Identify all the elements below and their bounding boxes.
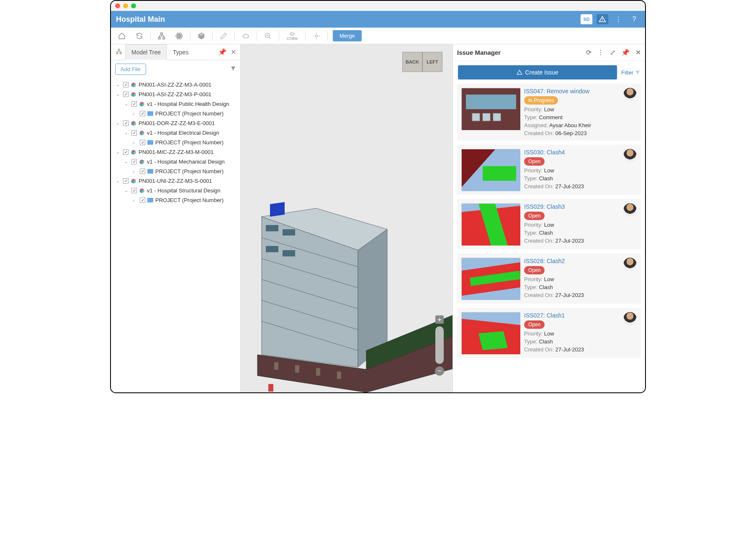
cloud-icon[interactable]: [237, 29, 254, 43]
close-icon[interactable]: ✕: [635, 49, 641, 56]
tree-node[interactable]: ›✓PROJECT (Project Number): [113, 109, 238, 118]
add-file-button[interactable]: Add File: [115, 64, 146, 75]
tree-node[interactable]: ⌄✓PN001-DOR-ZZ-ZZ-M3-E-0001: [113, 118, 238, 128]
tree-node[interactable]: ›✓PROJECT (Project Number): [113, 138, 238, 147]
merge-button[interactable]: Merge: [333, 30, 362, 41]
issue-thumbnail[interactable]: [461, 258, 520, 300]
avatar[interactable]: [623, 203, 637, 217]
viewcube-back[interactable]: BACK: [402, 52, 422, 72]
checkbox[interactable]: ✓: [123, 178, 129, 184]
tree-icon[interactable]: [113, 49, 125, 56]
avatar[interactable]: [623, 312, 637, 325]
issue-thumbnail[interactable]: [461, 203, 520, 245]
expand-icon[interactable]: ⤢: [610, 49, 615, 56]
issue-card[interactable]: ISS047: Remove windowIn ProgressPriority…: [457, 84, 641, 141]
issue-title[interactable]: ISS030: Clash4: [524, 149, 619, 156]
filter-link[interactable]: Filter: [621, 69, 640, 76]
checkbox[interactable]: ✓: [131, 130, 137, 136]
home-icon[interactable]: [113, 29, 130, 43]
tree-node[interactable]: ⌄✓v1 - Hospital Mechanical Design: [113, 157, 238, 166]
viewcube-left[interactable]: LEFT: [422, 52, 442, 72]
viewport-3d[interactable]: BACK LEFT ＋: [241, 44, 453, 392]
chevron-icon[interactable]: ⌄: [124, 159, 129, 164]
create-issue-label: Create Issue: [525, 69, 558, 76]
atom-icon[interactable]: [171, 29, 188, 43]
target-icon[interactable]: [308, 29, 325, 43]
issue-card[interactable]: ISS027: Clash1OpenPriority: LowType: Cla…: [457, 308, 641, 358]
checkbox[interactable]: ✓: [140, 140, 145, 145]
issue-thumbnail[interactable]: [461, 312, 520, 354]
zoom-icon[interactable]: [260, 29, 276, 43]
chevron-icon[interactable]: ⌄: [116, 149, 121, 155]
tree-node[interactable]: ›✓PROJECT (Project Number): [113, 166, 238, 176]
help-icon[interactable]: ?: [628, 14, 640, 24]
chevron-icon[interactable]: ⌄: [116, 178, 121, 184]
chevron-icon[interactable]: ⌄: [124, 101, 129, 107]
tree-node[interactable]: ⌄✓PN001-ASI-ZZ-ZZ-M3-P-0001: [113, 90, 238, 99]
zoom-in-icon[interactable]: ＋: [435, 315, 444, 324]
issue-card[interactable]: ISS030: Clash4OpenPriority: LowType: Cla…: [457, 145, 641, 195]
chevron-icon[interactable]: ›: [133, 169, 138, 174]
chevron-icon[interactable]: ›: [133, 140, 138, 145]
issue-thumbnail[interactable]: [461, 149, 520, 191]
pencil-icon[interactable]: [215, 29, 232, 43]
refresh-icon[interactable]: ⟳: [586, 49, 591, 56]
checkbox[interactable]: ✓: [123, 149, 129, 155]
tree-node[interactable]: ⌄✓v1 - Hospital Public Health Design: [113, 99, 238, 109]
checkbox[interactable]: ✓: [131, 188, 137, 193]
checkbox[interactable]: ✓: [131, 101, 137, 107]
warning-icon[interactable]: [597, 14, 608, 24]
chevron-icon[interactable]: ›: [133, 111, 138, 116]
tab-types[interactable]: Types: [167, 44, 194, 60]
issue-title[interactable]: ISS047: Remove window: [524, 88, 619, 95]
issue-title[interactable]: ISS028: Clash2: [524, 258, 619, 264]
refresh-icon[interactable]: [131, 29, 148, 43]
checkbox[interactable]: ✓: [123, 92, 129, 97]
cube-icon[interactable]: [193, 29, 210, 43]
issue-card[interactable]: ISS029: Clash3OpenPriority: LowType: Cla…: [457, 199, 641, 249]
avatar[interactable]: [623, 88, 637, 101]
minimize-dot[interactable]: [123, 3, 128, 8]
chevron-icon[interactable]: ⌄: [124, 130, 129, 136]
issue-title[interactable]: ISS029: Clash3: [524, 203, 619, 210]
tree-node[interactable]: ⌄✓v1 - Hospital Structural Design: [113, 186, 238, 195]
checkbox[interactable]: ✓: [140, 169, 145, 174]
tab-model-tree[interactable]: Model Tree: [125, 44, 167, 60]
zoom-control[interactable]: ＋ −: [435, 315, 444, 376]
issue-thumbnail[interactable]: [461, 88, 520, 130]
avatar[interactable]: [623, 149, 637, 162]
checkbox[interactable]: ✓: [123, 120, 129, 126]
kebab-icon[interactable]: ⋮: [612, 14, 624, 24]
view-cube[interactable]: BACK LEFT: [402, 52, 442, 72]
close-dot[interactable]: [115, 3, 120, 8]
sd-button[interactable]: SD: [581, 14, 592, 24]
hierarchy-icon[interactable]: [153, 29, 170, 43]
filter-icon[interactable]: [230, 66, 236, 73]
cobie-button[interactable]: COBie: [282, 29, 303, 43]
close-icon[interactable]: ✕: [231, 48, 236, 56]
maximize-dot[interactable]: [131, 3, 136, 8]
zoom-slider[interactable]: [435, 326, 444, 364]
pin-icon[interactable]: 📌: [218, 48, 226, 56]
tree-node[interactable]: ⌄✓PN001-MIC-ZZ-ZZ-M3-M-0001: [113, 147, 238, 157]
zoom-out-icon[interactable]: −: [435, 366, 444, 376]
chevron-icon[interactable]: ⌄: [116, 82, 121, 87]
checkbox[interactable]: ✓: [140, 111, 145, 116]
tree-node[interactable]: ⌄✓PN001-ASI-ZZ-ZZ-M3-A-0001: [113, 80, 238, 90]
pin-icon[interactable]: 📌: [621, 49, 630, 56]
tree-node[interactable]: ⌄✓PN001-UNI-ZZ-ZZ-M3-S-0001: [113, 176, 238, 186]
issue-title[interactable]: ISS027: Clash1: [524, 312, 619, 319]
checkbox[interactable]: ✓: [123, 82, 129, 87]
checkbox[interactable]: ✓: [131, 159, 137, 164]
kebab-icon[interactable]: ⋮: [597, 49, 604, 56]
chevron-icon[interactable]: ⌄: [124, 188, 129, 193]
chevron-icon[interactable]: ⌄: [116, 92, 121, 97]
issue-card[interactable]: ISS028: Clash2OpenPriority: LowType: Cla…: [457, 253, 641, 304]
chevron-icon[interactable]: ⌄: [116, 120, 121, 126]
avatar[interactable]: [623, 258, 637, 271]
create-issue-button[interactable]: Create Issue: [458, 65, 617, 79]
checkbox[interactable]: ✓: [140, 197, 145, 203]
chevron-icon[interactable]: ›: [133, 198, 138, 203]
tree-node[interactable]: ⌄✓v1 - Hospital Electrical Design: [113, 128, 238, 138]
tree-node[interactable]: ›✓PROJECT (Project Number): [113, 195, 238, 205]
